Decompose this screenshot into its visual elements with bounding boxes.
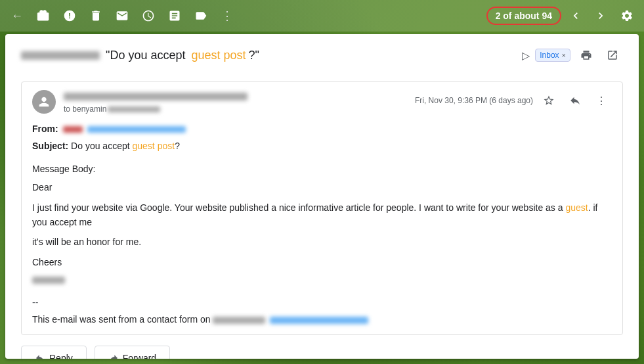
add-to-tasks-button[interactable] bbox=[163, 4, 186, 28]
cheers-line: Cheers bbox=[32, 255, 612, 269]
to-line: to benyamin bbox=[64, 104, 415, 114]
action-bar: Reply Forward bbox=[21, 346, 623, 359]
email-message: to benyamin Fri, Nov 30, 9:36 PM (6 days… bbox=[21, 81, 623, 335]
snooze-button[interactable] bbox=[137, 4, 160, 28]
forward-icon: ▷ bbox=[522, 49, 530, 62]
email-header: to benyamin Fri, Nov 30, 9:36 PM (6 days… bbox=[32, 90, 612, 114]
from-blur1 bbox=[63, 126, 83, 133]
forward-button[interactable]: Forward bbox=[95, 346, 170, 359]
reply-label: Reply bbox=[49, 353, 73, 359]
subject-line: Subject: Do you accept guest post? bbox=[32, 139, 612, 153]
signature-blur bbox=[32, 272, 612, 286]
from-line: From: bbox=[32, 122, 612, 136]
from-blur2 bbox=[87, 126, 186, 133]
back-button[interactable]: ← bbox=[5, 4, 29, 28]
open-in-new-button[interactable] bbox=[602, 45, 623, 66]
prev-email-button[interactable] bbox=[564, 4, 588, 28]
from-label: From: bbox=[32, 124, 58, 134]
email-body: From: Subject: Do you accept guest post?… bbox=[32, 122, 612, 327]
print-button[interactable] bbox=[576, 45, 597, 66]
body-paragraph: I just find your website via Google. You… bbox=[32, 200, 612, 230]
subject-guest-link2[interactable]: guest post bbox=[133, 141, 175, 151]
site-name-blur1 bbox=[213, 317, 265, 324]
next-email-button[interactable] bbox=[589, 4, 612, 28]
to-address-blur bbox=[108, 106, 160, 112]
inbox-badge: Inbox × bbox=[535, 49, 570, 62]
message-body-label: Message Body: bbox=[32, 162, 612, 176]
subject-blur-prefix bbox=[21, 51, 100, 60]
email-separator: -- bbox=[32, 295, 612, 309]
subject-static-label: Subject: bbox=[32, 141, 68, 151]
svg-text:!: ! bbox=[68, 11, 71, 20]
name-blur bbox=[32, 277, 65, 284]
inbox-label: Inbox bbox=[540, 51, 559, 60]
sender-name-blur bbox=[64, 93, 247, 101]
toolbar: ← ! ⋮ 2 of about 94 bbox=[0, 0, 644, 32]
archive-button[interactable] bbox=[32, 4, 55, 28]
star-button[interactable] bbox=[538, 90, 559, 111]
email-subject-bar: "Do you accept guest post ?" ▷ Inbox × bbox=[21, 45, 623, 71]
navigation-buttons bbox=[564, 4, 612, 28]
sender-avatar bbox=[32, 90, 56, 114]
settings-button[interactable] bbox=[615, 4, 639, 28]
guest-word-link[interactable]: guest bbox=[565, 202, 588, 213]
email-meta-right: Fri, Nov 30, 9:36 PM (6 days ago) ⋮ bbox=[415, 90, 612, 111]
app-container: ← ! ⋮ 2 of about 94 bbox=[0, 0, 644, 364]
email-counter: 2 of about 94 bbox=[486, 7, 561, 25]
forward-label: Forward bbox=[123, 353, 156, 359]
delete-button[interactable] bbox=[84, 4, 108, 28]
spam-button[interactable]: ! bbox=[58, 4, 81, 28]
body-line2: it's will be an honor for me. bbox=[32, 235, 612, 249]
more-options-button[interactable]: ⋮ bbox=[591, 90, 612, 111]
reply-small-button[interactable] bbox=[565, 90, 586, 111]
reply-button[interactable]: Reply bbox=[21, 346, 87, 359]
more-button[interactable]: ⋮ bbox=[215, 4, 239, 28]
mail-button[interactable] bbox=[110, 4, 134, 28]
email-subject: "Do you accept guest post ?" bbox=[21, 49, 517, 62]
dear-line: Dear bbox=[32, 180, 612, 194]
label-button[interactable] bbox=[189, 4, 213, 28]
subject-quote-open: "Do you accept bbox=[102, 49, 188, 62]
email-date: Fri, Nov 30, 9:36 PM (6 days ago) bbox=[415, 96, 533, 105]
subject-quote-close: ?" bbox=[249, 49, 259, 62]
site-name-blur2 bbox=[270, 317, 368, 324]
inbox-badge-close[interactable]: × bbox=[562, 51, 566, 59]
subject-actions bbox=[576, 45, 623, 66]
sender-info: to benyamin bbox=[64, 90, 415, 114]
subject-guest-link[interactable]: guest post bbox=[191, 49, 246, 62]
contact-form-line: This e-mail was sent from a contact form… bbox=[32, 312, 612, 327]
email-content-area: "Do you accept guest post ?" ▷ Inbox × bbox=[5, 34, 639, 359]
